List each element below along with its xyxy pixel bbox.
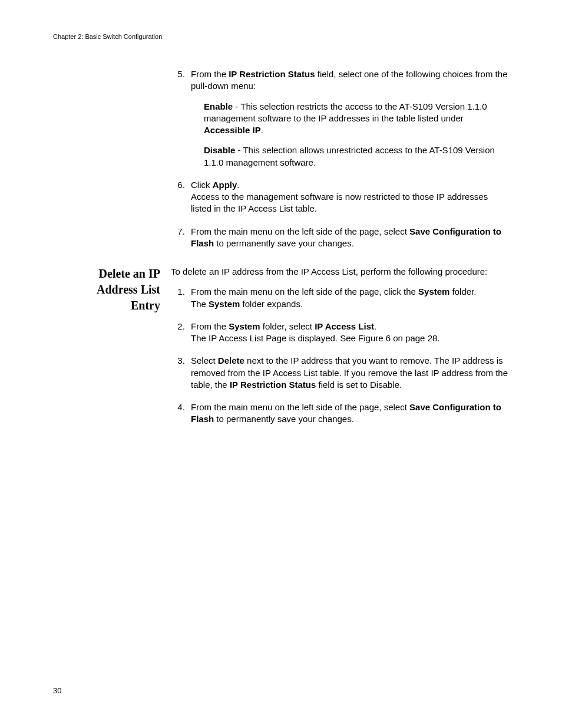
sidehead-line3: Entry xyxy=(53,298,160,314)
content: From the IP Restriction Status field, se… xyxy=(53,68,509,426)
step5-field: IP Restriction Status xyxy=(229,69,315,79)
step6-end: . xyxy=(237,180,239,190)
ds2-pre: From the xyxy=(191,321,229,331)
ds4-pre: From the main menu on the left side of t… xyxy=(191,402,409,412)
delete-steps-list: From the main menu on the left side of t… xyxy=(171,286,509,425)
ds3-delete: Delete xyxy=(218,355,244,365)
step6-pre: Click xyxy=(191,180,213,190)
ds3-iprestrict: IP Restriction Status xyxy=(230,380,316,390)
step7-pre: From the main menu on the left side of t… xyxy=(191,226,409,236)
ds2-end: . xyxy=(374,321,376,331)
enable-end: . xyxy=(261,125,263,135)
ds1-system: System xyxy=(418,286,449,297)
disable-label: Disable xyxy=(204,145,235,155)
del-step-4: From the main menu on the left side of t… xyxy=(187,401,509,426)
option-enable: Enable - This selection restricts the ac… xyxy=(191,101,509,137)
ds1-pre: From the main menu on the left side of t… xyxy=(191,286,418,297)
sidehead-line2: Address List xyxy=(53,282,160,298)
ds3-post: field is set to Disable. xyxy=(316,380,402,390)
disable-text: - This selection allows unrestricted acc… xyxy=(204,145,495,167)
top-steps-body: From the IP Restriction Status field, se… xyxy=(171,68,509,249)
step-6: Click Apply. Access to the management so… xyxy=(187,179,509,215)
delete-body: To delete an IP address from the IP Acce… xyxy=(171,266,509,426)
delete-intro: To delete an IP address from the IP Acce… xyxy=(171,266,509,278)
ds2-mid: folder, select xyxy=(260,321,315,331)
accessible-ip: Accessible IP xyxy=(204,125,261,135)
step5-options: Enable - This selection restricts the ac… xyxy=(191,101,509,169)
sidehead-line1: Delete an IP xyxy=(53,266,160,282)
ds2-system: System xyxy=(229,321,260,331)
top-steps-row: From the IP Restriction Status field, se… xyxy=(53,68,509,249)
ds3-pre: Select xyxy=(191,355,218,365)
ds4-post: to permanently save your changes. xyxy=(214,414,354,424)
top-steps-list: From the IP Restriction Status field, se… xyxy=(171,68,509,249)
ds2-ipaccess: IP Access List xyxy=(315,321,374,331)
ds1-l2a: The xyxy=(191,299,209,309)
delete-section-row: Delete an IP Address List Entry To delet… xyxy=(53,266,509,426)
step-5: From the IP Restriction Status field, se… xyxy=(187,68,509,169)
del-step-2: From the System folder, select IP Access… xyxy=(187,321,509,345)
page-number: 30 xyxy=(53,686,61,695)
enable-label: Enable xyxy=(204,101,233,111)
step7-post: to permanently save your changes. xyxy=(214,238,354,248)
running-header: Chapter 2: Basic Switch Configuration xyxy=(53,33,509,40)
page: Chapter 2: Basic Switch Configuration Fr… xyxy=(0,0,562,426)
del-step-1: From the main menu on the left side of t… xyxy=(187,286,509,310)
ds1-l2b: System xyxy=(209,299,240,309)
ds1-l2c: folder expands. xyxy=(240,299,303,309)
ds1-post: folder. xyxy=(449,286,476,297)
delete-sidehead: Delete an IP Address List Entry xyxy=(53,266,171,314)
step5-pre: From the xyxy=(191,69,229,79)
step-7: From the main menu on the left side of t… xyxy=(187,226,509,250)
ds2-line2: The IP Access List Page is displayed. Se… xyxy=(191,333,439,343)
del-step-3: Select Delete next to the IP address tha… xyxy=(187,355,509,391)
step6-line2: Access to the management software is now… xyxy=(191,192,488,213)
apply-label: Apply xyxy=(213,180,237,190)
option-disable: Disable - This selection allows unrestri… xyxy=(191,144,509,169)
enable-text: - This selection restricts the access to… xyxy=(204,101,487,123)
